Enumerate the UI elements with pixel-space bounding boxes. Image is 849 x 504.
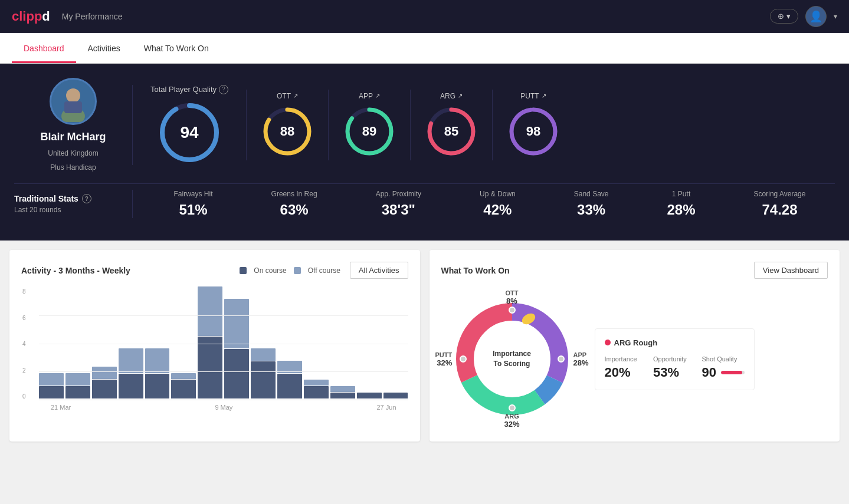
metric-ott: OTT ↗ 88 <box>247 92 328 158</box>
ott-donut-label: OTT 8% <box>506 289 519 305</box>
x-axis-labels: 21 Mar 9 May 27 Jun <box>39 404 408 411</box>
svg-point-1 <box>66 88 80 103</box>
bar-group-4 <box>119 348 143 398</box>
trad-stats-help-icon[interactable]: ? <box>82 194 91 203</box>
stat-sandsave: Sand Save 33% <box>574 190 609 218</box>
bar-group-8 <box>224 299 249 398</box>
add-chevron-icon: ▾ <box>786 12 791 21</box>
stat-updown-label: Up & Down <box>480 190 516 198</box>
header: clippd My Performance ⊕ ▾ 👤 ▾ <box>0 0 849 33</box>
y-axis-labels: 0 2 4 6 8 <box>22 288 26 400</box>
stat-gir: Greens In Reg 63% <box>271 190 317 218</box>
add-button[interactable]: ⊕ ▾ <box>770 9 798 24</box>
trad-stats-items: Fairways Hit 51% Greens In Reg 63% App. … <box>132 190 835 218</box>
player-metrics-row: Blair McHarg United Kingdom Plus Handica… <box>14 78 835 172</box>
bar-group-1 <box>39 373 64 398</box>
arg-rough-card: ARG Rough Importance 20% Opportunity 53%… <box>595 328 755 390</box>
total-quality-value: 94 <box>180 123 198 142</box>
svg-point-22 <box>509 405 515 411</box>
stat-oneputt-value: 28% <box>667 202 696 218</box>
stat-oneputt-label: 1 Putt <box>672 190 690 198</box>
arg-arrow-icon: ↗ <box>458 93 463 99</box>
svg-point-23 <box>460 356 466 362</box>
bottom-section: Activity - 3 Months - Weekly On course O… <box>0 241 849 451</box>
stat-updown-value: 42% <box>483 202 512 218</box>
player-handicap: Plus Handicap <box>50 163 96 172</box>
stat-proximity-label: App. Proximity <box>376 190 421 198</box>
stat-oneputt: 1 Putt 28% <box>667 190 696 218</box>
trad-stats-label: Traditional Stats ? Last 20 rounds <box>14 194 132 214</box>
activity-chart-panel: Activity - 3 Months - Weekly On course O… <box>9 250 420 442</box>
chart-legend: On course Off course <box>240 266 340 275</box>
y-label-8: 8 <box>22 288 26 295</box>
stat-scoring-label: Scoring Average <box>754 190 806 198</box>
header-title: My Performance <box>62 12 770 21</box>
total-quality: Total Player Quality ? 94 <box>133 85 246 165</box>
arg-rough-metrics: Importance 20% Opportunity 53% Shot Qual… <box>605 355 745 380</box>
activity-chart-title: Activity - 3 Months - Weekly <box>21 266 130 275</box>
total-quality-gauge: 94 <box>157 100 222 165</box>
shot-quality-bar <box>721 371 745 374</box>
off-course-legend-dot <box>294 267 301 274</box>
tab-dashboard[interactable]: Dashboard <box>12 33 76 63</box>
app-value: 89 <box>362 124 376 139</box>
app-label: APP ↗ <box>359 92 380 100</box>
bar-group-11 <box>304 380 329 398</box>
arg-gauge: 85 <box>425 105 478 158</box>
total-quality-help-icon[interactable]: ? <box>219 85 228 94</box>
player-info: Blair McHarg United Kingdom Plus Handica… <box>14 78 132 172</box>
plus-circle-icon: ⊕ <box>778 12 784 21</box>
stat-proximity-value: 38'3" <box>382 202 415 218</box>
bar-group-6 <box>171 373 196 398</box>
arg-rough-card-title: ARG Rough <box>605 338 745 347</box>
avatar-image <box>53 81 94 122</box>
stat-gir-value: 63% <box>280 202 309 218</box>
header-actions: ⊕ ▾ 👤 ▾ <box>770 6 837 27</box>
svg-rect-3 <box>64 101 82 113</box>
metric-app: APP ↗ 89 <box>329 92 410 158</box>
app-gauge: 89 <box>343 105 396 158</box>
x-label-mar: 21 Mar <box>51 404 71 411</box>
stat-scoring: Scoring Average 74.28 <box>754 190 806 218</box>
metric-arg: ARG ↗ 85 <box>411 92 492 158</box>
y-label-6: 6 <box>22 315 26 321</box>
putt-gauge: 98 <box>507 105 560 158</box>
ott-gauge: 88 <box>261 105 314 158</box>
tab-activities[interactable]: Activities <box>76 33 132 63</box>
player-avatar <box>50 78 97 125</box>
bar-group-2 <box>65 373 90 398</box>
putt-label: PUTT ↗ <box>520 92 546 100</box>
logo: clippd <box>12 9 50 24</box>
on-course-legend-label: On course <box>254 266 286 275</box>
opportunity-metric: Opportunity 53% <box>653 355 696 380</box>
shot-quality-fill <box>721 371 742 374</box>
metric-putt: PUTT ↗ 98 <box>493 92 574 158</box>
donut-center-text: ImportanceTo Scoring <box>493 349 531 369</box>
stat-updown: Up & Down 42% <box>480 190 516 218</box>
stat-fairways-value: 51% <box>179 202 208 218</box>
all-activities-button[interactable]: All Activities <box>350 262 408 279</box>
stat-fairways: Fairways Hit 51% <box>174 190 213 218</box>
bar-group-5 <box>145 348 170 398</box>
view-dashboard-button[interactable]: View Dashboard <box>754 262 828 279</box>
stat-scoring-value: 74.28 <box>762 202 797 218</box>
activity-chart-header: Activity - 3 Months - Weekly On course O… <box>21 262 408 279</box>
bar-group-10 <box>277 361 302 398</box>
x-label-may: 9 May <box>215 404 232 411</box>
y-label-0: 0 <box>22 393 26 400</box>
ott-value: 88 <box>280 124 294 139</box>
trad-stats-title: Traditional Stats ? <box>14 194 132 203</box>
shot-quality-value: 90 <box>702 365 716 380</box>
tab-what-to-work-on[interactable]: What To Work On <box>132 33 221 63</box>
trad-stats-period: Last 20 rounds <box>14 206 132 214</box>
stats-section: Blair McHarg United Kingdom Plus Handica… <box>0 64 849 241</box>
putt-donut-label: PUTT 32% <box>435 351 453 367</box>
stat-fairways-label: Fairways Hit <box>174 190 213 198</box>
on-course-legend-dot <box>240 267 247 274</box>
chart-bars: 0 2 4 6 8 <box>39 288 408 400</box>
arg-value: 85 <box>444 124 458 139</box>
bar-group-12 <box>330 386 355 398</box>
stat-sandsave-label: Sand Save <box>574 190 609 198</box>
user-avatar-button[interactable]: 👤 <box>805 6 827 27</box>
donut-chart-area: ImportanceTo Scoring OTT 8% APP 28% ARG … <box>441 288 583 430</box>
